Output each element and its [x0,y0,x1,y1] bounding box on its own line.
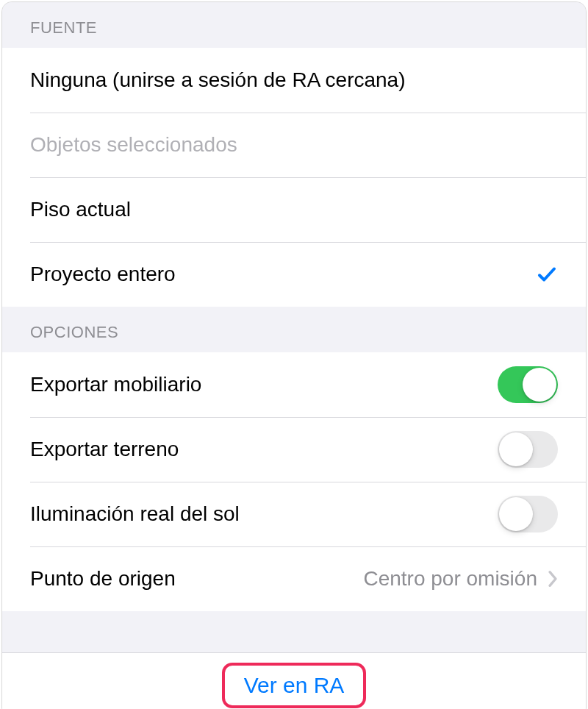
real-sun-lighting-toggle[interactable] [498,496,558,532]
export-furniture-toggle[interactable] [498,366,558,403]
row-label: Exportar terreno [30,438,179,461]
option-export-furniture: Exportar mobiliario [2,352,586,417]
settings-panel: FUENTE Ninguna (unirse a sesión de RA ce… [1,1,587,709]
source-option-current-floor[interactable]: Piso actual [2,177,586,242]
checkmark-icon [536,263,558,285]
chevron-right-icon [548,570,558,588]
view-in-ar-button[interactable]: Ver en RA [222,663,367,708]
footer-spacer [2,611,586,652]
export-terrain-toggle[interactable] [498,431,558,468]
option-real-sun-lighting: Iluminación real del sol [2,482,586,546]
options-section-header: OPCIONES [2,307,586,352]
footer-row: Ver en RA [2,652,586,709]
row-label: Punto de origen [30,567,176,591]
row-label: Iluminación real del sol [30,502,240,526]
row-label: Objetos seleccionados [30,133,237,157]
row-label: Proyecto entero [30,263,176,286]
option-origin-point[interactable]: Punto de origen Centro por omisión [2,546,586,611]
origin-point-value: Centro por omisión [363,567,537,591]
row-label: Piso actual [30,198,131,221]
option-export-terrain: Exportar terreno [2,417,586,482]
source-group: Ninguna (unirse a sesión de RA cercana) … [2,48,586,307]
row-label: Exportar mobiliario [30,373,201,396]
source-option-none[interactable]: Ninguna (unirse a sesión de RA cercana) [2,48,586,113]
source-section-header: FUENTE [2,2,586,48]
source-option-selected-objects: Objetos seleccionados [2,113,586,177]
options-group: Exportar mobiliario Exportar terreno Ilu… [2,352,586,611]
source-option-whole-project[interactable]: Proyecto entero [2,242,586,307]
row-label: Ninguna (unirse a sesión de RA cercana) [30,68,406,92]
